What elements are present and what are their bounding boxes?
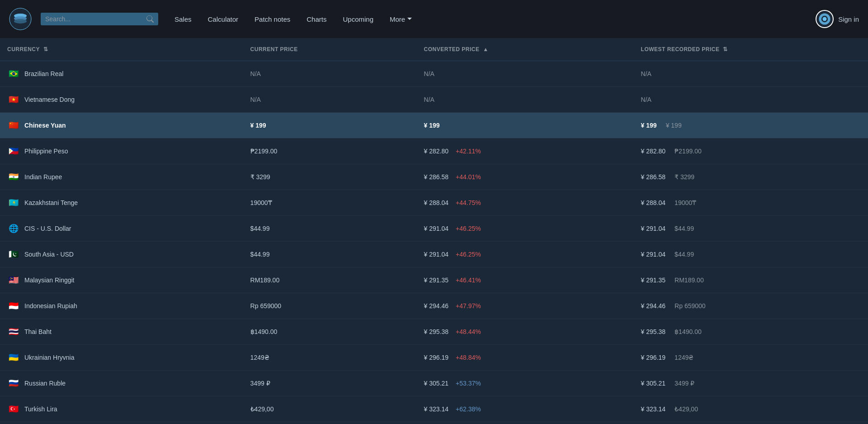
converted-price-value: ¥ 286.58	[424, 173, 449, 181]
logo[interactable]	[9, 8, 32, 30]
current-price-cell: 3499 ₽	[243, 371, 417, 396]
nav-more[interactable]: More	[382, 12, 420, 27]
col-currency[interactable]: CURRENCY ⇅	[0, 38, 243, 61]
col-converted-sort-icon: ▲	[483, 46, 488, 52]
lowest-price-cell: ¥ 282.80₱2199.00	[634, 138, 868, 164]
lowest-price-cell: ¥ 291.35RM189.00	[634, 267, 868, 293]
lowest-price-alt: ¥ 199	[666, 122, 682, 129]
current-price-value: 3499 ₽	[250, 380, 270, 387]
current-price-value: $44.99	[250, 225, 270, 232]
converted-price-pct: +48.84%	[456, 354, 481, 361]
table-row[interactable]: 🇻🇳 Vietnamese Dong N/AN/AN/A	[0, 87, 868, 113]
currency-cell: 🇵🇰 South Asia - USD	[0, 242, 243, 267]
lowest-price-cell: ¥ 294.46Rp 659000	[634, 293, 868, 319]
search-input[interactable]	[45, 15, 143, 23]
table-row[interactable]: 🇺🇦 Ukrainian Hryvnia 1249₴¥ 296.19+48.84…	[0, 345, 868, 371]
converted-price-cell: ¥ 291.04+46.25%	[417, 242, 634, 267]
lowest-price-cell: ¥ 291.04$44.99	[634, 216, 868, 242]
table-row[interactable]: 🇵🇪 Peruvian Sol S/.218.00¥ 355.67+78.73%…	[0, 422, 868, 424]
lowest-price-alt: RM189.00	[675, 276, 704, 284]
lowest-price-cell: ¥ 291.04$44.99	[634, 242, 868, 267]
table-row[interactable]: 🇨🇳 Chinese Yuan ¥ 199¥ 199¥ 199¥ 199	[0, 113, 868, 138]
current-price-cell: ¥ 199	[243, 113, 417, 138]
converted-price-value: ¥ 296.19	[424, 354, 449, 361]
main-nav: Sales Calculator Patch notes Charts Upco…	[167, 12, 807, 27]
col-current-price[interactable]: CURRENT PRICE	[243, 38, 417, 61]
header: Sales Calculator Patch notes Charts Upco…	[0, 0, 868, 38]
converted-price-cell: ¥ 355.67+78.73%	[417, 422, 634, 424]
table-row[interactable]: 🇮🇳 Indian Rupee ₹ 3299¥ 286.58+44.01%¥ 2…	[0, 164, 868, 190]
currency-name: Russian Ruble	[24, 380, 66, 387]
nav-patch-notes[interactable]: Patch notes	[247, 12, 297, 27]
search-icon	[146, 15, 154, 23]
lowest-price-alt: 1249₴	[675, 354, 693, 361]
lowest-price-value: ¥ 282.80	[641, 148, 666, 155]
lowest-price-cell: ¥ 305.213499 ₽	[634, 371, 868, 396]
table-row[interactable]: 🇷🇺 Russian Ruble 3499 ₽¥ 305.21+53.37%¥ …	[0, 371, 868, 396]
currency-cell: 🇷🇺 Russian Ruble	[0, 371, 243, 396]
table-row[interactable]: 🇹🇭 Thai Baht ฿1490.00¥ 295.38+48.44%¥ 29…	[0, 319, 868, 345]
current-price-cell: 19000₸	[243, 190, 417, 216]
table-row[interactable]: 🇧🇷 Brazilian Real N/AN/AN/A	[0, 61, 868, 87]
currency-cell: 🇮🇩 Indonesian Rupiah	[0, 293, 243, 319]
table-row[interactable]: 🇲🇾 Malaysian Ringgit RM189.00¥ 291.35+46…	[0, 267, 868, 293]
current-price-cell: ₱2199.00	[243, 138, 417, 164]
more-label: More	[390, 15, 405, 23]
chevron-down-icon	[407, 16, 412, 22]
table-row[interactable]: 🇵🇭 Philippine Peso ₱2199.00¥ 282.80+42.1…	[0, 138, 868, 164]
converted-price-value: ¥ 199	[424, 122, 440, 129]
current-price-value: 1249₴	[250, 354, 269, 361]
lowest-price-value: ¥ 291.04	[641, 251, 666, 258]
lowest-price-value: ¥ 295.38	[641, 328, 666, 335]
lowest-price-alt: 3499 ₽	[675, 380, 694, 387]
converted-price-value: N/A	[424, 70, 434, 77]
current-price-value: ฿1490.00	[250, 328, 278, 335]
converted-price-value: ¥ 282.80	[424, 148, 449, 155]
converted-price-value: N/A	[424, 96, 434, 103]
table-body: 🇧🇷 Brazilian Real N/AN/AN/A 🇻🇳 Vietnames…	[0, 61, 868, 424]
converted-price-cell: ¥ 286.58+44.01%	[417, 164, 634, 190]
converted-price-pct: +47.97%	[456, 302, 481, 310]
col-lowest-sort-icon: ⇅	[723, 46, 728, 52]
search-bar[interactable]	[41, 13, 158, 25]
flag-icon: 🇨🇳	[7, 119, 20, 132]
converted-price-value: ¥ 291.04	[424, 225, 449, 232]
flag-icon: 🇮🇩	[7, 300, 20, 312]
steam-avatar-icon	[816, 10, 834, 28]
converted-price-value: ¥ 294.46	[424, 302, 449, 310]
nav-upcoming[interactable]: Upcoming	[335, 12, 381, 27]
converted-price-cell: ¥ 291.35+46.41%	[417, 267, 634, 293]
converted-price-pct: +46.41%	[456, 276, 481, 284]
converted-price-pct: +46.25%	[456, 251, 481, 258]
sign-in-button[interactable]: Sign in	[816, 10, 859, 28]
currency-cell: 🌐 CIS - U.S. Dollar	[0, 216, 243, 242]
currency-name: South Asia - USD	[24, 251, 74, 258]
nav-calculator[interactable]: Calculator	[201, 12, 246, 27]
svg-point-3	[14, 19, 27, 24]
current-price-cell: $44.99	[243, 216, 417, 242]
svg-point-7	[823, 17, 827, 21]
col-converted-price[interactable]: CONVERTED PRICE ▲	[417, 38, 634, 61]
converted-price-cell: ¥ 291.04+46.25%	[417, 216, 634, 242]
table-row[interactable]: 🇵🇰 South Asia - USD $44.99¥ 291.04+46.25…	[0, 242, 868, 267]
lowest-price-cell: ¥ 288.0419000₸	[634, 190, 868, 216]
flag-icon: 🌐	[7, 222, 20, 235]
table-row[interactable]: 🌐 CIS - U.S. Dollar $44.99¥ 291.04+46.25…	[0, 216, 868, 242]
current-price-value: ¥ 199	[250, 122, 266, 129]
nav-charts[interactable]: Charts	[299, 12, 334, 27]
lowest-price-value: ¥ 291.04	[641, 225, 666, 232]
converted-price-value: ¥ 291.35	[424, 276, 449, 284]
currency-cell: 🇺🇦 Ukrainian Hryvnia	[0, 345, 243, 371]
currency-cell: 🇵🇭 Philippine Peso	[0, 138, 243, 164]
flag-icon: 🇺🇦	[7, 351, 20, 364]
table-row[interactable]: 🇰🇿 Kazakhstani Tenge 19000₸¥ 288.04+44.7…	[0, 190, 868, 216]
converted-price-value: ¥ 305.21	[424, 380, 449, 387]
table-row[interactable]: 🇮🇩 Indonesian Rupiah Rp 659000¥ 294.46+4…	[0, 293, 868, 319]
col-lowest-price[interactable]: LOWEST RECORDED PRICE ⇅	[634, 38, 868, 61]
col-current-price-label: CURRENT PRICE	[250, 46, 298, 52]
table-row[interactable]: 🇹🇷 Turkish Lira ₺429,00¥ 323.14+62.38%¥ …	[0, 396, 868, 422]
currency-cell: 🇵🇪 Peruvian Sol	[0, 422, 243, 424]
nav-sales[interactable]: Sales	[167, 12, 199, 27]
current-price-value: Rp 659000	[250, 302, 282, 310]
currency-cell: 🇲🇾 Malaysian Ringgit	[0, 267, 243, 293]
